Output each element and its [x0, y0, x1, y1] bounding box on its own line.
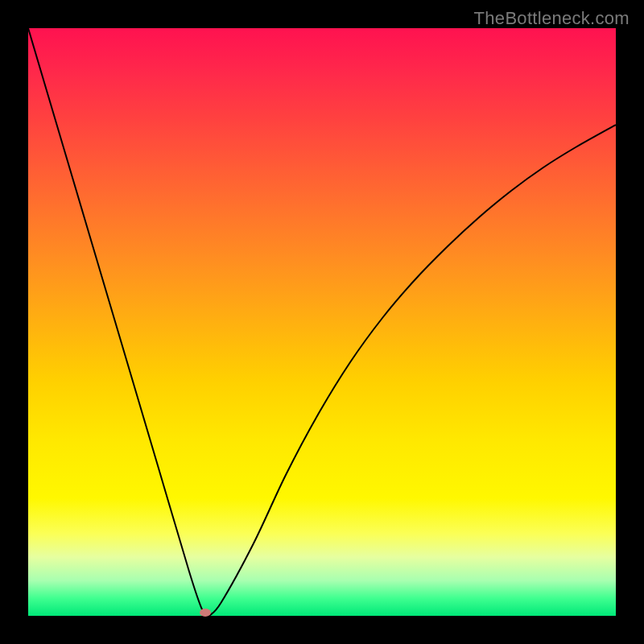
curve-path: [28, 28, 616, 616]
chart-frame: TheBottleneck.com: [0, 0, 644, 644]
minimum-marker: [200, 609, 211, 617]
bottleneck-curve: [28, 28, 616, 616]
plot-area: [28, 28, 616, 616]
watermark-text: TheBottleneck.com: [474, 8, 630, 29]
